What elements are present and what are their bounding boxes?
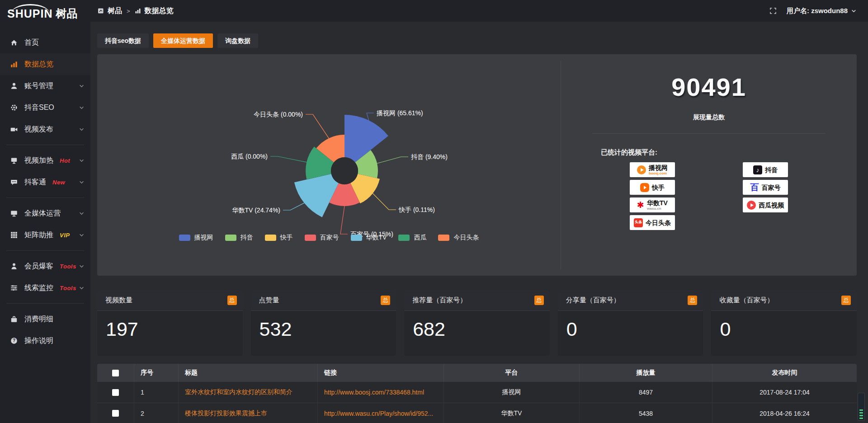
user-menu[interactable]: 用户名: zswodun88 [787,7,856,15]
grid-icon [10,231,18,239]
column-header-5: 发布时间 [712,364,857,382]
legend-item-百家号[interactable]: 百家号 [305,234,339,242]
sidebar-item-label: 首页 [24,38,39,47]
total-badge: 总 [227,296,237,305]
legend-item-抖音[interactable]: 抖音 [225,234,253,242]
rose-chart: 播视网 (65.61%)抖音 (9.40%)快手 (0.11%)百家号 (0.1… [97,54,561,276]
legend-label: 百家号 [320,234,339,242]
app-grid-icon [98,8,104,14]
help-icon: ? [10,337,18,345]
breadcrumb-root[interactable]: 树品 [108,6,122,16]
sidebar-item-label: 消费明细 [24,315,53,324]
stat-card-title: 收藏量（百家号） [719,296,774,305]
breadcrumb-separator: > [126,8,131,14]
cell-title[interactable]: 楼体投影灯投影效果震撼上市 [179,403,318,423]
sidebar-item-label: 线索监控 [24,283,53,293]
pie-label: 华数TV (24.74%) [232,207,280,214]
sidebar-item-operation-guide[interactable]: ?操作说明 [0,330,90,352]
legend-item-西瓜[interactable]: 西瓜 [398,234,426,242]
sidebar-item-data-overview[interactable]: 数据总览 [0,53,90,75]
column-header-1: 标题 [179,364,318,382]
row-checkbox[interactable] [112,410,119,417]
pie-label: 抖音 (9.40%) [411,153,448,160]
platform-name: 播视网 [649,164,668,171]
sidebar-item-consumption-detail[interactable]: 消费明细 [0,308,90,330]
cell-link[interactable]: http://www.boosj.com/7338468.html [318,382,444,403]
label-leader-line [270,156,307,162]
legend-swatch [398,235,410,241]
platform-chip-kuaishou: 快手 [630,180,675,195]
badge-tools: Tools [60,263,76,270]
sidebar-item-omni-media-operation[interactable]: 全媒体运营 [0,202,90,224]
sidebar-item-matrix-boost[interactable]: 矩阵助推VIP [0,224,90,246]
baijiahao-logo-icon: 百 [750,182,759,193]
sliders-icon [10,284,18,292]
cell-title[interactable]: 室外水纹灯和室内水纹灯的区别和简介 [179,382,318,403]
legend-item-今日头条[interactable]: 今日头条 [438,234,479,242]
floating-widget[interactable] [858,393,865,421]
sidebar-item-home[interactable]: 首页 [0,32,90,53]
label-leader-line [367,113,374,120]
fullscreen-icon[interactable] [769,7,777,14]
badge-vip: VIP [60,232,70,239]
pie-slice-华数TV[interactable] [294,174,339,217]
stat-card-3: 分享量（百家号）总0 [558,290,703,356]
sidebar-item-member-burst[interactable]: 会员爆客Tools [0,255,90,277]
xigua-logo-icon [747,201,756,210]
select-all-cell [97,364,134,382]
stat-card-title: 推荐量（百家号） [412,296,467,305]
home-icon [10,38,18,47]
table-header-row: 序号标题链接平台播放量发布时间 [97,364,857,382]
sidebar-item-lead-monitor[interactable]: 线索监控Tools [0,277,90,299]
tab-inquiry-data[interactable]: 询盘数据 [217,33,258,48]
pie-hole [331,157,358,184]
cell-index: 1 [134,382,179,403]
chart-panel: 播视网 (65.61%)抖音 (9.40%)快手 (0.11%)百家号 (0.1… [97,54,857,276]
tab-douyin-seo-data[interactable]: 抖音seo数据 [97,33,149,48]
legend-item-播视网[interactable]: 播视网 [179,234,213,242]
row-checkbox[interactable] [112,389,119,396]
sidebar-item-douyin-seo[interactable]: 抖音SEO [0,97,90,118]
label-leader-line [340,206,348,234]
stat-card-title: 视频数量 [105,296,132,305]
total-impressions-value: 90491 [561,72,857,102]
stat-card-value: 197 [97,311,243,340]
sidebar-divider [6,197,84,198]
platform-logo-grid: 播视网boosj.com♪抖音快手百百家号✱华数TVwasu.cn西瓜视频头条今… [561,162,857,230]
sidebar-item-video-publish[interactable]: 视频发布 [0,118,90,140]
select-all-checkbox[interactable] [112,370,119,376]
column-header-0: 序号 [134,364,179,382]
gear-icon [10,103,18,112]
column-header-4: 播放量 [580,364,712,382]
cell-link[interactable]: http://www.wasu.cn/Play/show/id/952... [318,403,444,423]
table-body: 1室外水纹灯和室内水纹灯的区别和简介http://www.boosj.com/7… [97,382,857,423]
chevron-down-icon [79,158,84,163]
stat-card-value: 0 [711,311,857,340]
badge-tools: Tools [60,285,76,291]
videos-table: 序号标题链接平台播放量发布时间 1室外水纹灯和室内水纹灯的区别和简介http:/… [97,364,857,423]
legend-swatch [225,235,236,241]
sidebar-item-douketong[interactable]: 抖客通New [0,171,90,193]
sidebar-item-video-heating[interactable]: 视频加热Hot [0,150,90,171]
douyin-logo-icon: ♪ [753,165,762,174]
sidebar-item-label: 视频加热 [24,156,53,165]
platform-subtext: wasu.cn [647,207,661,211]
sidebar-item-label: 全媒体运营 [24,209,61,218]
sidebar-item-label: 操作说明 [24,336,53,346]
pie-label: 西瓜 (0.00%) [231,153,268,160]
sidebar-divider [6,145,84,145]
badge-hot: Hot [60,157,70,164]
legend-swatch [179,235,190,241]
boosj-logo-icon [637,165,646,174]
total-badge: 总 [381,296,390,305]
app-logo[interactable]: SHUPIN 树品 [0,0,90,22]
tab-omni-media-data[interactable]: 全媒体运营数据 [153,33,213,48]
legend-item-快手[interactable]: 快手 [265,234,293,242]
total-impressions-label: 展现量总数 [561,113,857,122]
legend-swatch [351,235,362,241]
sidebar-item-account-management[interactable]: 账号管理 [0,75,90,97]
breadcrumb-current[interactable]: 数据总览 [145,6,174,16]
pie-label: 播视网 (65.61%) [376,109,423,117]
legend-item-华数TV[interactable]: 华数TV [351,234,387,242]
stat-card-2: 推荐量（百家号）总682 [404,290,550,356]
